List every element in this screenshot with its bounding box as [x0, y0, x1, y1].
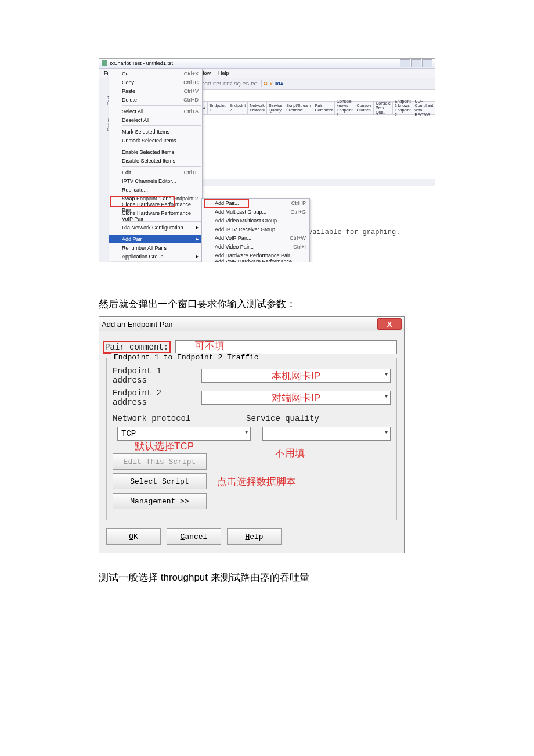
mi-mark[interactable]: Mark Selected Items — [109, 127, 202, 136]
col-udp[interactable]: UDP Compliant with RFC768 — [413, 102, 435, 114]
window-title: IxChariot Test - untitled1.tst — [110, 60, 173, 66]
paragraph-1: 然后就会弹出一个窗口要求你输入测试参数： — [99, 297, 435, 311]
dialog-title: Add an Endpoint Pair — [102, 320, 173, 329]
smi-add-pair[interactable]: Add Pair...Ctrl+P — [202, 199, 309, 207]
mi-ixia-net[interactable]: Ixia Network Configuration▶ — [109, 223, 202, 232]
tool-sq[interactable]: SQ — [234, 81, 241, 87]
sq-label: Service quality — [246, 414, 319, 423]
add-endpoint-dialog: Add an Endpoint Pair X Pair comment: 可不填… — [99, 316, 405, 553]
menu-help[interactable]: Help — [215, 70, 233, 77]
help-button[interactable]: Help — [227, 528, 282, 545]
smi-add-video-mc[interactable]: Add Video Multicast Group... — [202, 216, 309, 225]
ann-ep1: 本机网卡IP — [272, 369, 320, 383]
add-pair-submenu: Add Pair...Ctrl+P Add Multicast Group...… — [201, 198, 310, 262]
mi-enable[interactable]: Enable Selected Items — [109, 147, 202, 156]
mi-paste[interactable]: PasteCtrl+V — [109, 87, 202, 95]
smi-add-iptv[interactable]: Add IPTV Receiver Group... — [202, 225, 309, 233]
mi-edit[interactable]: Edit...Ctrl+E — [109, 168, 202, 177]
mi-deselectall[interactable]: Deselect All — [109, 116, 202, 124]
traffic-fieldset: Endpoint 1 to Endpoint 2 Traffic Endpoin… — [106, 358, 397, 520]
select-script-button[interactable]: Select Script — [113, 473, 207, 489]
col-pc[interactable]: Pair Comment — [313, 102, 335, 114]
smi-add-voip-hw[interactable]: Add VoIP Hardware Performance Pair...Ctr… — [202, 260, 309, 262]
management-button[interactable]: Management >> — [113, 493, 207, 509]
tool-ep2[interactable]: EP2 — [223, 81, 232, 87]
np-value: TCP — [121, 429, 136, 438]
ok-button[interactable]: OK — [106, 528, 161, 545]
mi-add-pair[interactable]: Add Pair▶ — [109, 235, 202, 243]
app-icon — [102, 60, 107, 66]
ep1-input[interactable]: 本机网卡IP — [201, 369, 391, 383]
ann-tcp: 默认选择TCP — [135, 440, 194, 453]
col-np[interactable]: Network Protocol — [248, 102, 267, 114]
pair-comment-input[interactable] — [175, 340, 397, 354]
smi-add-video[interactable]: Add Video Pair...Ctrl+I — [202, 242, 309, 251]
sq-select[interactable] — [262, 427, 391, 441]
ixchariot-screenshot: IxChariot Test - untitled1.tst File Edit… — [99, 58, 435, 262]
np-label: Network protocol — [113, 414, 246, 423]
mi-disable[interactable]: Disable Selected Items — [109, 156, 202, 165]
mi-delete[interactable]: DeleteCtrl+D — [109, 95, 202, 104]
mi-clone-voip[interactable]: Clone Hardware Performance VoIP Pair — [109, 211, 202, 220]
mi-replicate[interactable]: Replicate... — [109, 185, 202, 194]
ann-ep2: 对端网卡IP — [272, 391, 320, 405]
tool-pc[interactable]: PC — [251, 81, 257, 87]
ep2-input[interactable]: 对端网卡IP — [201, 391, 391, 405]
col-e1k[interactable]: Endpoint 1 knows Endpoint 2 — [393, 102, 413, 114]
edit-dropdown: CutCtrl+X CopyCtrl+C PasteCtrl+V DeleteC… — [109, 69, 203, 261]
mi-appgroup[interactable]: Application Group▶ — [109, 252, 202, 261]
mi-iptv[interactable]: IPTV Channels Editor... — [109, 177, 202, 185]
smi-add-voip[interactable]: Add VoIP Pair...Ctrl+W — [202, 233, 309, 242]
pair-comment-label: Pair comment: — [106, 343, 171, 352]
fieldset-legend: Endpoint 1 to Endpoint 2 Traffic — [111, 353, 261, 362]
smi-add-multicast[interactable]: Add Multicast Group...Ctrl+G — [202, 207, 309, 216]
col-ck[interactable]: Console knows Endpoint 1 — [335, 102, 355, 114]
np-select[interactable]: TCP — [117, 427, 251, 441]
mi-cut[interactable]: CutCtrl+X — [109, 69, 202, 78]
col-ep2[interactable]: Endpoint 2 — [228, 102, 248, 114]
mi-copy[interactable]: CopyCtrl+C — [109, 78, 202, 87]
column-headers: # Endpoint 1 Endpoint 2 Network Protocol… — [201, 101, 435, 115]
ep1-label: Endpoint 1 address — [113, 366, 197, 385]
mi-renumber[interactable]: Renumber All Pairs — [109, 243, 202, 252]
tool-ep1[interactable]: EP1 — [213, 81, 222, 87]
mi-unmark[interactable]: Unmark Selected Items — [109, 136, 202, 145]
tool-scr[interactable]: SCR — [201, 81, 211, 87]
col-script[interactable]: Script/Stream Filename — [284, 102, 313, 114]
col-cp[interactable]: Console Protocol — [355, 102, 374, 114]
graph-message: vailable for graphing. — [308, 228, 400, 236]
mi-selectall[interactable]: Select AllCtrl+A — [109, 107, 202, 116]
ann-select: 点击选择数据脚本 — [217, 475, 296, 488]
window-controls[interactable] — [400, 59, 432, 67]
cancel-button[interactable]: Cancel — [167, 528, 221, 545]
close-icon[interactable]: X — [377, 318, 402, 330]
col-csq[interactable]: Console Serv. Qual. — [374, 102, 393, 114]
window-title-bar: IxChariot Test - untitled1.tst — [99, 59, 435, 69]
col-sq[interactable]: Service Quality — [267, 102, 284, 114]
tool-pg[interactable]: PG — [243, 81, 250, 87]
dialog-titlebar: Add an Endpoint Pair X — [99, 317, 404, 331]
edit-script-button[interactable]: Edit This Script — [113, 453, 207, 470]
left-tab-strip: Test Group — [99, 78, 109, 262]
paragraph-2: 测试一般选择 throughput 来测试路由器的吞吐量 — [99, 571, 435, 584]
col-ep1[interactable]: Endpoint 1 — [208, 102, 228, 114]
ep2-label: Endpoint 2 address — [113, 388, 197, 407]
